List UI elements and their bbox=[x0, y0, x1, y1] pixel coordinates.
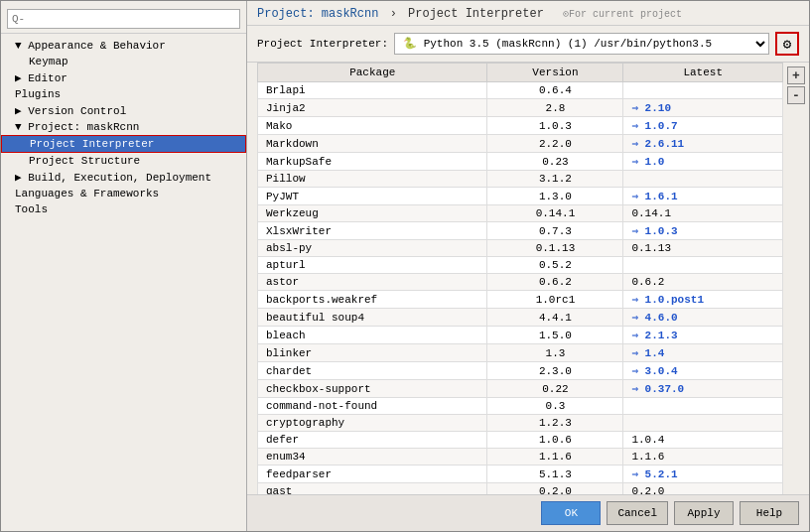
cell-package: Werkzeug bbox=[258, 205, 487, 222]
cell-version: 1.1.6 bbox=[487, 449, 623, 466]
search-input[interactable] bbox=[7, 9, 240, 29]
cell-latest: 1.0.4 bbox=[623, 432, 783, 449]
table-row: defer1.0.61.0.4 bbox=[258, 432, 783, 449]
apply-button[interactable]: Apply bbox=[674, 501, 734, 525]
help-button[interactable]: Help bbox=[740, 501, 799, 525]
cell-latest bbox=[623, 257, 783, 274]
sidebar-item-version-control[interactable]: ▶ Version Control bbox=[1, 102, 246, 119]
cell-package: PyJWT bbox=[258, 188, 487, 205]
upgrade-arrow: ⇒ 1.4 bbox=[631, 347, 664, 359]
cell-version: 1.0.6 bbox=[487, 432, 623, 449]
table-row: Pillow3.1.2 bbox=[258, 171, 783, 188]
cell-version: 1.2.3 bbox=[487, 415, 623, 432]
table-action-buttons: + - bbox=[783, 63, 809, 494]
cell-latest: ⇒ 1.4 bbox=[623, 344, 783, 362]
ok-button[interactable]: OK bbox=[541, 501, 601, 525]
right-panel: Project: maskRcnn › Project Interpreter … bbox=[247, 1, 809, 531]
cell-version: 1.5.0 bbox=[487, 327, 623, 344]
interpreter-select[interactable]: 🐍 Python 3.5 (maskRcnn) (1) /usr/bin/pyt… bbox=[394, 33, 769, 55]
cell-version: 0.3 bbox=[487, 398, 623, 415]
table-row: checkbox-support0.22⇒ 0.37.0 bbox=[258, 380, 783, 398]
table-row: XlsxWriter0.7.3⇒ 1.0.3 bbox=[258, 222, 783, 240]
sidebar-item-appearance[interactable]: ▼ Appearance & Behavior bbox=[1, 38, 246, 54]
breadcrumb: Project: maskRcnn › Project Interpreter … bbox=[247, 1, 809, 26]
sidebar-item-build-execution[interactable]: ▶ Build, Execution, Deployment bbox=[1, 169, 246, 186]
cell-package: bleach bbox=[258, 327, 487, 344]
sidebar-item-project-maskrcnn[interactable]: ▼ Project: maskRcnn bbox=[1, 119, 246, 135]
cell-latest: ⇒ 2.6.11 bbox=[623, 135, 783, 153]
interpreter-row: Project Interpreter: 🐍 Python 3.5 (maskR… bbox=[247, 26, 809, 63]
cell-package: chardet bbox=[258, 362, 487, 380]
cell-version: 1.0rc1 bbox=[487, 291, 623, 309]
cell-version: 0.2.0 bbox=[487, 483, 623, 495]
upgrade-arrow: ⇒ 1.0.post1 bbox=[631, 294, 704, 306]
cell-latest: ⇒ 2.10 bbox=[623, 99, 783, 117]
cell-version: 0.6.4 bbox=[487, 82, 623, 99]
upgrade-arrow: ⇒ 2.10 bbox=[631, 102, 671, 114]
cell-package: checkbox-support bbox=[258, 380, 487, 398]
cell-package: Markdown bbox=[258, 135, 487, 153]
table-row: Brlapi0.6.4 bbox=[258, 82, 783, 99]
cell-latest: 1.1.6 bbox=[623, 449, 783, 466]
gear-button[interactable]: ⚙ bbox=[775, 32, 799, 56]
sidebar-item-project-structure[interactable]: Project Structure bbox=[1, 153, 246, 169]
cell-version: 2.2.0 bbox=[487, 135, 623, 153]
dialog: ▼ Appearance & BehaviorKeymap▶ EditorPlu… bbox=[0, 0, 810, 532]
cell-version: 0.5.2 bbox=[487, 257, 623, 274]
cell-version: 0.7.3 bbox=[487, 222, 623, 240]
upgrade-arrow: ⇒ 2.1.3 bbox=[631, 330, 677, 341]
cell-version: 2.8 bbox=[487, 99, 623, 117]
cell-latest: ⇒ 5.2.1 bbox=[623, 466, 783, 483]
sidebar-item-keymap[interactable]: Keymap bbox=[1, 54, 246, 69]
cell-version: 0.23 bbox=[487, 153, 623, 171]
upgrade-arrow: ⇒ 5.2.1 bbox=[631, 468, 677, 480]
upgrade-arrow: ⇒ 4.6.0 bbox=[631, 312, 677, 324]
cell-package: absl-py bbox=[258, 240, 487, 257]
sidebar-item-editor[interactable]: ▶ Editor bbox=[1, 69, 246, 86]
cell-version: 3.1.2 bbox=[487, 171, 623, 188]
upgrade-arrow: ⇒ 2.6.11 bbox=[631, 138, 684, 150]
table-row: apturl0.5.2 bbox=[258, 257, 783, 274]
sidebar-item-plugins[interactable]: Plugins bbox=[1, 86, 246, 102]
table-row: Mako1.0.3⇒ 1.0.7 bbox=[258, 117, 783, 135]
cell-package: Jinja2 bbox=[258, 99, 487, 117]
sidebar-item-languages[interactable]: Languages & Frameworks bbox=[1, 186, 246, 201]
cell-version: 1.3 bbox=[487, 344, 623, 362]
sidebar-item-project-interpreter[interactable]: Project Interpreter bbox=[1, 135, 246, 153]
sidebar-item-tools[interactable]: Tools bbox=[1, 201, 246, 217]
cell-package: Pillow bbox=[258, 171, 487, 188]
cell-version: 0.14.1 bbox=[487, 205, 623, 222]
cell-latest bbox=[623, 171, 783, 188]
table-row: beautiful soup44.4.1⇒ 4.6.0 bbox=[258, 309, 783, 327]
cell-package: defer bbox=[258, 432, 487, 449]
search-bar bbox=[1, 5, 246, 34]
upgrade-arrow: ⇒ 1.0.3 bbox=[631, 225, 677, 237]
cell-latest: ⇒ 0.37.0 bbox=[623, 380, 783, 398]
cell-latest: ⇒ 1.0.3 bbox=[623, 222, 783, 240]
cell-package: backports.weakref bbox=[258, 291, 487, 309]
sidebar: ▼ Appearance & BehaviorKeymap▶ EditorPlu… bbox=[1, 1, 247, 531]
table-row: Markdown2.2.0⇒ 2.6.11 bbox=[258, 135, 783, 153]
cell-version: 2.3.0 bbox=[487, 362, 623, 380]
table-row: bleach1.5.0⇒ 2.1.3 bbox=[258, 327, 783, 344]
cell-latest: 0.2.0 bbox=[623, 483, 783, 495]
cancel-button[interactable]: Cancel bbox=[607, 501, 668, 525]
cell-version: 0.22 bbox=[487, 380, 623, 398]
cell-latest: 0.1.13 bbox=[623, 240, 783, 257]
col-version: Version bbox=[487, 64, 623, 82]
table-row: absl-py0.1.130.1.13 bbox=[258, 240, 783, 257]
cell-package: gast bbox=[258, 483, 487, 495]
remove-package-button[interactable]: - bbox=[787, 86, 805, 104]
cell-latest bbox=[623, 82, 783, 99]
cell-version: 1.0.3 bbox=[487, 117, 623, 135]
add-package-button[interactable]: + bbox=[787, 66, 805, 84]
upgrade-arrow: ⇒ 1.0.7 bbox=[631, 120, 677, 132]
table-row: cryptography1.2.3 bbox=[258, 415, 783, 432]
cell-latest: 0.14.1 bbox=[623, 205, 783, 222]
cell-package: feedparser bbox=[258, 466, 487, 483]
cell-latest: 0.6.2 bbox=[623, 274, 783, 291]
table-row: gast0.2.00.2.0 bbox=[258, 483, 783, 495]
package-table: Package Version Latest Brlapi0.6.4Jinja2… bbox=[257, 63, 783, 494]
cell-package: MarkupSafe bbox=[258, 153, 487, 171]
cell-version: 5.1.3 bbox=[487, 466, 623, 483]
